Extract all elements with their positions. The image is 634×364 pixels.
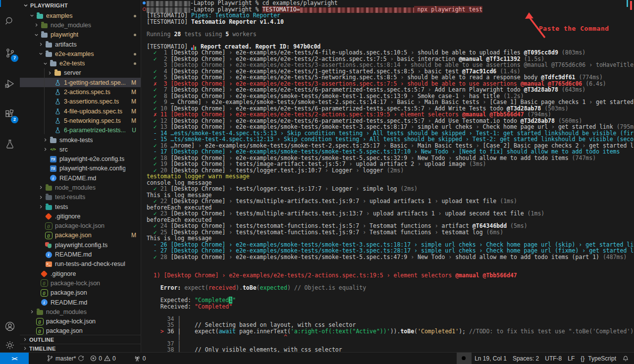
chevron-right-icon bbox=[33, 22, 40, 28]
overview-ruler-cyan-marker bbox=[627, 0, 628, 7]
tree-item-server[interactable]: server bbox=[20, 68, 141, 78]
cursor-position[interactable]: Ln 19, Col 1 bbox=[472, 353, 510, 364]
command-error-decoration-icon[interactable] bbox=[143, 7, 146, 11]
terminal-line: ✓ 25 [Desktop Chrome] › tests/testomat-f… bbox=[147, 229, 634, 236]
run-and-debug-icon[interactable] bbox=[0, 74, 20, 93]
tree-item-artifacts[interactable]: artifacts bbox=[20, 40, 141, 49]
bell-icon bbox=[622, 355, 629, 362]
terminal-line: 1) [Desktop Chrome] › e2e-examples/e2e-t… bbox=[147, 272, 634, 279]
indentation[interactable]: Spaces: 2 bbox=[510, 353, 542, 364]
section-outline[interactable]: OUTLINE bbox=[20, 335, 141, 344]
tree-item-6-parametrized-tests-[interactable]: 6-parametrized-tests....U bbox=[20, 126, 141, 135]
tree-item--gitignore[interactable]: .gitignore bbox=[20, 211, 141, 221]
tree-item-readme-md[interactable]: iREADME.md bbox=[20, 298, 141, 307]
tree-item-e2e-examples[interactable]: e2e-examples bbox=[20, 49, 141, 58]
modified-dot bbox=[125, 31, 141, 38]
tree-item-playwright-config-ts[interactable]: playwright.config.ts bbox=[20, 240, 141, 250]
terminal-line: testomatio logger warn message bbox=[147, 173, 634, 180]
terminal-line: ✓ 22 [Desktop Chrome] › tests/multiple-a… bbox=[147, 198, 634, 205]
folder-icon bbox=[36, 308, 44, 316]
magnifier-plus-icon bbox=[461, 355, 468, 362]
search-icon[interactable] bbox=[0, 12, 20, 31]
tree-item-2-actions-spec-ts[interactable]: 2-actions.spec.tsM bbox=[20, 87, 141, 97]
tree-item-1-getting-started-spe-[interactable]: 1-getting-started.spe...M bbox=[20, 78, 141, 87]
extensions-badge: 2 bbox=[11, 116, 18, 123]
tree-item-readme-md[interactable]: iREADME.md bbox=[20, 250, 141, 259]
eol-sequence[interactable]: LF bbox=[565, 353, 578, 364]
folder-icon bbox=[49, 59, 57, 67]
testing-icon[interactable] bbox=[0, 135, 20, 154]
vscode-window: 7 2 PLAYWRIGHT examplesnode_modulesplayw… bbox=[0, 0, 634, 364]
tree-item-examples[interactable]: examples bbox=[20, 11, 141, 20]
language-mode[interactable]: {} TypeScript bbox=[578, 353, 619, 364]
git-branch-item[interactable]: master* bbox=[44, 353, 87, 364]
encoding[interactable]: UTF-8 bbox=[542, 353, 565, 364]
folder-icon bbox=[45, 41, 53, 49]
notifications-bell[interactable] bbox=[619, 353, 634, 364]
folder-icon bbox=[45, 203, 53, 211]
error-icon bbox=[90, 355, 97, 362]
warning-icon bbox=[104, 355, 110, 362]
tree-item-package-json[interactable]: {}package.json bbox=[20, 288, 141, 298]
tree-item-package-json[interactable]: {}package.jsonM bbox=[20, 231, 141, 240]
tree-item-4-file-uploads-spec-ts[interactable]: 4-file-uploads.spec.tsM bbox=[20, 106, 141, 116]
tree-item-3-assertions-spec-ts[interactable]: 3-assertions.spec.tsM bbox=[20, 97, 141, 106]
tree-item-label: 4-file-uploads.spec.ts bbox=[64, 108, 122, 115]
ports-item[interactable]: 0 bbox=[131, 353, 149, 364]
tree-item-label: package.json bbox=[46, 327, 83, 334]
tree-item-run-tests-and-check-results-sh[interactable]: >_run-tests-and-check-results.sh bbox=[20, 260, 141, 269]
tree-item-node-modules[interactable]: node_modules bbox=[20, 307, 141, 316]
terminal-panel[interactable]: -Laptop Playwright % cd examples/playwri… bbox=[141, 0, 634, 353]
remote-indicator[interactable]: >< bbox=[0, 353, 29, 364]
typescript-file-icon: TS bbox=[49, 155, 57, 163]
git-status-badge: M bbox=[125, 79, 141, 86]
modified-dot bbox=[125, 60, 141, 67]
status-bar: >< master* 0 0 0 Ln 19, Col 1 Spaces: 2 … bbox=[0, 352, 634, 364]
chevron-down-icon bbox=[42, 61, 49, 66]
terminal-line: [TESTOMATIO] Testomatio Reporter v1.4.10 bbox=[147, 19, 634, 25]
tree-item-playwright[interactable]: playwright bbox=[20, 30, 141, 40]
terminal-line: ✓ 21 [Desktop Chrome] › tests/logger.tes… bbox=[147, 186, 634, 192]
tree-item-smoke-tests[interactable]: smoke-tests bbox=[20, 135, 141, 145]
chevron-right-icon bbox=[37, 195, 45, 200]
chevron-right-icon bbox=[37, 185, 45, 190]
problems-item[interactable]: 0 0 bbox=[87, 353, 118, 364]
section-timeline[interactable]: TIMELINE bbox=[20, 344, 141, 353]
chevron-right-icon bbox=[46, 70, 53, 76]
playwright-masks-icon bbox=[45, 241, 53, 249]
folder-icon bbox=[53, 69, 61, 77]
source-control-icon[interactable]: 7 bbox=[0, 44, 20, 62]
terminal-line: ✓ 23 [Desktop Chrome] › tests/multiple-a… bbox=[147, 210, 634, 217]
tree-item-package-lock-json[interactable]: {}package-lock.json bbox=[20, 278, 141, 288]
folder-icon bbox=[40, 21, 48, 29]
extensions-icon[interactable]: 2 bbox=[0, 105, 20, 124]
tree-item-package-lock-json[interactable]: {}package-lock.json bbox=[20, 317, 141, 326]
tree-item-readme-md[interactable]: iREADME.md bbox=[20, 173, 141, 183]
chevron-down-icon bbox=[33, 32, 40, 38]
tree-item-label: package-lock.json bbox=[51, 280, 100, 287]
tree-item-playwright-e2e-config-ts[interactable]: TSplaywright-e2e.config.ts bbox=[20, 154, 141, 163]
command-success-decoration-icon[interactable] bbox=[143, 1, 146, 4]
tree-item-node-modules[interactable]: node_modules bbox=[20, 20, 141, 30]
tree-item-5-networking-spec-ts[interactable]: 5-networking.spec.tsM bbox=[20, 116, 141, 125]
tree-item-node-modules[interactable]: node_modules bbox=[20, 183, 141, 192]
tree-item--gitignore[interactable]: .gitignore bbox=[20, 269, 141, 278]
remote-icon: >< bbox=[12, 356, 17, 362]
tree-item-e2e-tests[interactable]: e2e-tests bbox=[20, 58, 141, 68]
tree-item-label: examples bbox=[46, 12, 73, 19]
tree-item-src[interactable]: </>src bbox=[20, 145, 141, 154]
tree-item-label: e2e-examples bbox=[55, 51, 94, 57]
explorer-root-header[interactable]: PLAYWRIGHT bbox=[20, 0, 141, 11]
tree-item-playwright-smoke-config-ts[interactable]: TSplaywright-smoke.config.ts bbox=[20, 164, 141, 173]
test-flask-icon bbox=[53, 126, 61, 134]
overview-ruler-red-marker bbox=[630, 1, 632, 10]
tree-item-package-lock-json[interactable]: {}package-lock.json bbox=[20, 221, 141, 231]
tree-item-tests[interactable]: tests bbox=[20, 202, 141, 211]
test-flask-icon bbox=[53, 117, 61, 125]
zoom-indicator[interactable] bbox=[457, 353, 472, 364]
account-icon[interactable] bbox=[0, 317, 20, 336]
tree-item-label: server bbox=[64, 69, 81, 76]
test-flask-icon bbox=[53, 98, 61, 105]
chevron-right-icon bbox=[42, 137, 49, 143]
tree-item-test-results[interactable]: test-results bbox=[20, 193, 141, 202]
